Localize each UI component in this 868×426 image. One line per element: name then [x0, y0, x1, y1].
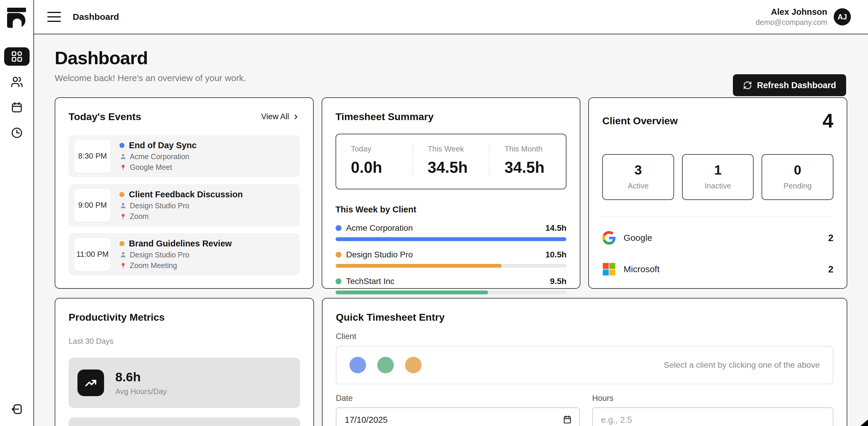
quick-timesheet-entry-card: Quick Timesheet Entry Client Select a cl… [322, 298, 847, 426]
metric-best-day: Wednesday [69, 418, 300, 426]
client-overview-card: Client Overview 4 3 Active 1 Inactive 0 … [588, 97, 847, 289]
event-time: 9:00 PM [74, 189, 111, 222]
client-overview-title: Client Overview [602, 115, 678, 126]
top-header: Dashboard Alex Johnson demo@company.com … [34, 0, 868, 34]
sidebar-item-calendar[interactable] [4, 98, 30, 117]
productivity-period: Last 30 Days [69, 337, 300, 346]
dashboard-grid-icon [11, 50, 23, 63]
google-icon [602, 231, 616, 245]
metric-avg-hours: 8.6h Avg Hours/Day [69, 358, 300, 408]
summary-today: Today 0.0h [336, 144, 412, 176]
app-logo-bar [7, 8, 26, 12]
client-hours-bar [336, 237, 567, 241]
divider [602, 217, 833, 217]
menu-toggle-button[interactable] [47, 12, 61, 22]
stat-inactive: 1 Inactive [682, 154, 754, 200]
summary-this-week: This Week 34.5h [412, 144, 489, 176]
client-total-count: 4 [823, 111, 833, 131]
event-client: Acme Corporation [119, 152, 196, 161]
calendar-icon [11, 101, 23, 114]
refresh-icon [743, 81, 752, 90]
logout-icon [10, 403, 23, 416]
page-title: Dashboard [55, 47, 847, 68]
header-title: Dashboard [73, 12, 119, 22]
productivity-metrics-card: Productivity Metrics Last 30 Days 8.6h A… [55, 298, 314, 426]
client-select-box: Select a client by clicking one of the a… [336, 346, 833, 384]
person-icon [119, 202, 127, 209]
timesheet-summary-box: Today 0.0h This Week 34.5h This Month 34… [336, 134, 567, 189]
page-subtitle: Welcome back! Here's an overview of your… [55, 73, 847, 83]
sidebar-item-logout[interactable] [4, 400, 30, 418]
timesheet-card-title: Timesheet Summary [336, 111, 567, 122]
event-list: 8:30 PM End of Day Sync Acme Corporation [69, 135, 300, 276]
clock-icon [11, 126, 23, 139]
productivity-title: Productivity Metrics [69, 312, 300, 323]
event-row[interactable]: 8:30 PM End of Day Sync Acme Corporation [69, 135, 300, 177]
event-time: 11:00 PM [74, 238, 111, 271]
event-location: Zoom Meeting [119, 261, 232, 270]
client-dot [336, 278, 341, 284]
event-title: Client Feedback Discussion [129, 190, 243, 199]
refresh-button-label: Refresh Dashboard [757, 81, 836, 90]
chevron-right-icon [292, 113, 300, 121]
todays-events-card: Today's Events View All 8:30 PM End of D… [55, 97, 314, 289]
user-email: demo@company.com [756, 18, 827, 27]
date-input[interactable] [336, 407, 580, 426]
sidebar-item-clients[interactable] [4, 73, 30, 91]
event-status-dot [119, 241, 124, 246]
client-option-orange[interactable] [405, 357, 422, 373]
person-icon [119, 251, 127, 259]
trending-up-icon [78, 369, 104, 396]
events-card-title: Today's Events [69, 111, 141, 122]
client-option-blue[interactable] [349, 357, 366, 373]
event-location: Zoom [119, 212, 243, 221]
client-dot [336, 252, 341, 258]
timesheet-summary-card: Timesheet Summary Today 0.0h This Week 3… [322, 97, 581, 289]
avatar[interactable]: AJ [834, 8, 851, 25]
refresh-dashboard-button[interactable]: Refresh Dashboard [733, 74, 846, 96]
stat-active: 3 Active [602, 154, 674, 200]
event-title: End of Day Sync [129, 141, 196, 150]
sidebar-item-dashboard[interactable] [4, 47, 30, 66]
event-time: 8:30 PM [74, 140, 111, 173]
person-icon [119, 153, 127, 160]
sidebar [0, 0, 34, 426]
client-hours-bar [336, 290, 567, 294]
client-hours-row: Design Studio Pro 10.5h [336, 250, 567, 268]
user-name: Alex Johnson [756, 7, 827, 17]
pin-icon [119, 262, 127, 269]
hours-field-label: Hours [592, 394, 833, 403]
pin-icon [119, 164, 127, 171]
quick-entry-title: Quick Timesheet Entry [336, 312, 833, 323]
summary-this-month: This Month 34.5h [489, 144, 566, 176]
client-field-label: Client [336, 332, 833, 341]
hours-input[interactable] [592, 407, 833, 426]
event-client: Design Studio Pro [119, 201, 243, 210]
sidebar-nav [4, 47, 30, 142]
pin-icon [119, 213, 127, 220]
by-client-title: This Week by Client [336, 205, 567, 215]
main-content: Dashboard Welcome back! Here's an overvi… [34, 34, 868, 426]
event-location: Google Meet [119, 163, 196, 172]
client-option-green[interactable] [377, 357, 394, 373]
event-row[interactable]: 11:00 PM Brand Guidelines Review Design … [69, 233, 300, 276]
view-all-label: View All [261, 112, 289, 121]
client-hours-row: TechStart Inc 9.5h [336, 277, 567, 294]
event-title: Brand Guidelines Review [129, 239, 232, 249]
event-status-dot [119, 192, 124, 197]
client-hours-bar [336, 264, 567, 268]
app-logo[interactable] [7, 8, 27, 28]
event-client: Design Studio Pro [119, 251, 232, 259]
event-row[interactable]: 9:00 PM Client Feedback Discussion Desig… [69, 184, 300, 226]
user-block: Alex Johnson demo@company.com AJ [756, 7, 851, 27]
integration-row-google: Google 2 [602, 229, 833, 247]
users-icon [11, 76, 23, 88]
date-field-label: Date [336, 394, 580, 403]
client-select-hint: Select a client by clicking one of the a… [664, 360, 820, 370]
event-status-dot [119, 143, 124, 148]
sidebar-item-time[interactable] [4, 124, 30, 142]
integration-row-microsoft: Microsoft 2 [602, 260, 833, 278]
app-logo-mark [7, 13, 25, 28]
view-all-button[interactable]: View All [261, 112, 300, 121]
stat-pending: 0 Pending [762, 154, 833, 200]
